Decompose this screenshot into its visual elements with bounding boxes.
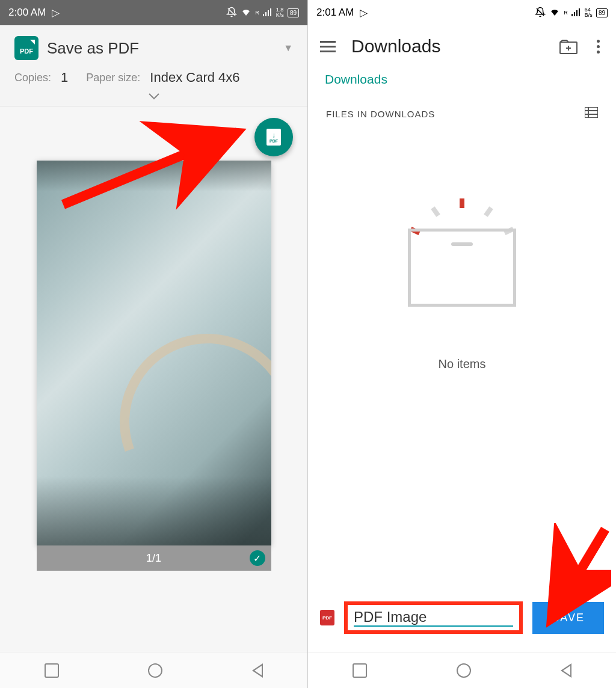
svg-rect-5 <box>571 14 573 16</box>
home-button[interactable] <box>457 663 471 678</box>
paper-size-value[interactable]: Index Card 4x6 <box>150 70 239 85</box>
section-header: FILES IN DOWNLOADS <box>326 109 435 119</box>
navigation-bar <box>308 652 616 688</box>
dropdown-arrow-icon: ▼ <box>283 43 293 54</box>
svg-rect-7 <box>576 10 578 16</box>
page-title: Downloads <box>351 36 544 57</box>
destination-label: Save as PDF <box>47 39 275 58</box>
pdf-icon: PDF <box>14 36 38 60</box>
new-folder-button[interactable] <box>559 40 576 53</box>
pdf-file-type-icon: PDF <box>320 610 334 625</box>
svg-rect-3 <box>270 8 271 16</box>
filename-input[interactable] <box>354 609 513 627</box>
signal-icon <box>571 8 581 18</box>
signal-icon <box>263 8 273 18</box>
copies-label: Copies: <box>14 72 51 84</box>
svg-rect-0 <box>263 14 264 16</box>
svg-rect-10 <box>585 107 598 118</box>
save-button[interactable]: SAVE <box>532 602 604 634</box>
page-thumbnail[interactable] <box>37 161 271 545</box>
svg-rect-8 <box>579 8 580 16</box>
more-options-button[interactable] <box>592 40 604 54</box>
download-pdf-icon: PDF <box>266 129 281 146</box>
play-store-icon: ▷ <box>52 7 60 19</box>
wifi-icon <box>241 7 251 19</box>
battery-icon: 89 <box>596 8 608 17</box>
svg-rect-1 <box>265 12 266 16</box>
status-time: 2:01 AM <box>316 7 354 19</box>
empty-state: No items <box>308 126 616 591</box>
print-options-header: PDF Save as PDF ▼ Copies: 1 Paper size: … <box>0 25 307 106</box>
empty-state-text: No items <box>439 357 486 371</box>
status-bar: 2:00 AM ▷ R 1.8 K/s 89 <box>0 0 307 25</box>
status-time: 2:00 AM <box>8 7 46 19</box>
destination-selector[interactable]: PDF Save as PDF ▼ <box>14 36 293 60</box>
back-button[interactable] <box>561 663 571 678</box>
back-button[interactable] <box>252 663 263 678</box>
network-speed: 1.8 K/s <box>276 7 284 18</box>
save-file-bar: PDF SAVE <box>308 591 616 652</box>
network-speed: 64 B/s <box>585 7 593 18</box>
save-pdf-fab[interactable]: PDF <box>254 118 293 156</box>
roaming-indicator: R <box>564 10 568 16</box>
roaming-indicator: R <box>255 10 259 16</box>
battery-icon: 89 <box>288 8 299 17</box>
copies-value[interactable]: 1 <box>61 70 68 85</box>
page-indicator: 1/1 <box>146 552 161 565</box>
filename-highlight-annotation <box>344 601 523 634</box>
print-preview-area[interactable]: 1/1 ✓ <box>0 106 307 652</box>
expand-options-toggle[interactable] <box>14 85 293 103</box>
paper-size-label: Paper size: <box>86 72 140 84</box>
dnd-icon <box>226 7 237 19</box>
navigation-bar <box>0 652 307 688</box>
right-phone-file-picker: 2:01 AM ▷ R 64 B/s 89 Downloads Download… <box>308 0 616 688</box>
breadcrumb-downloads[interactable]: Downloads <box>308 67 616 101</box>
page-selected-check-icon[interactable]: ✓ <box>250 550 265 566</box>
page-indicator-bar: 1/1 ✓ <box>37 545 271 571</box>
empty-folder-icon <box>408 198 516 319</box>
left-phone-print-preview: 2:00 AM ▷ R 1.8 K/s 89 PDF Save as PDF ▼… <box>0 0 308 688</box>
file-picker-header: Downloads <box>308 25 616 67</box>
play-store-icon: ▷ <box>360 7 368 19</box>
status-bar: 2:01 AM ▷ R 64 B/s 89 <box>308 0 616 25</box>
home-button[interactable] <box>148 663 162 678</box>
view-toggle-button[interactable] <box>585 107 598 120</box>
wifi-icon <box>549 7 560 19</box>
svg-rect-2 <box>268 10 269 16</box>
recents-button[interactable] <box>45 663 59 678</box>
menu-button[interactable] <box>320 41 336 52</box>
dnd-icon <box>535 7 546 19</box>
recents-button[interactable] <box>353 663 367 678</box>
svg-rect-6 <box>574 12 575 16</box>
